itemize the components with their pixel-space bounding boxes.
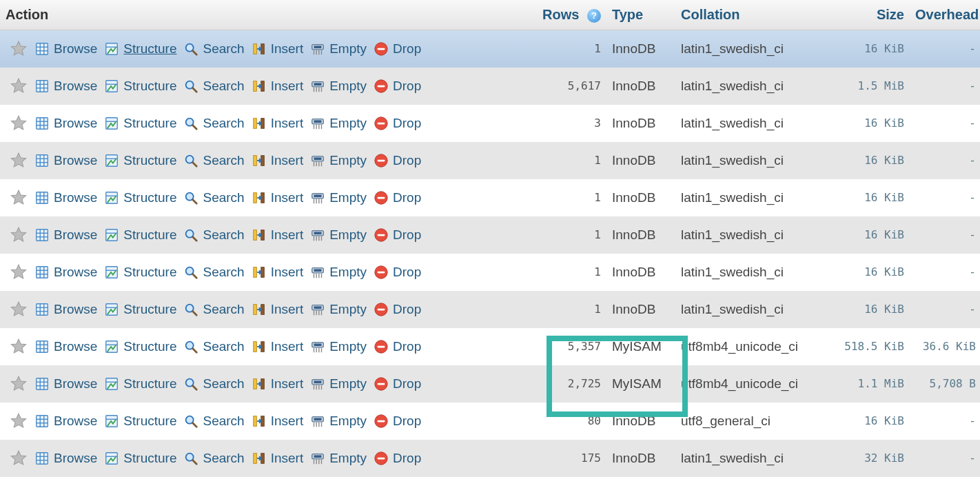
- empty-link[interactable]: Empty: [310, 339, 367, 354]
- empty-link[interactable]: Empty: [310, 116, 367, 131]
- header-type[interactable]: Type: [606, 0, 675, 30]
- search-link[interactable]: Search: [183, 41, 244, 57]
- insert-link[interactable]: Insert: [252, 79, 304, 94]
- browse-link[interactable]: Browse: [34, 190, 97, 205]
- insert-link[interactable]: Insert: [252, 190, 304, 205]
- header-collation[interactable]: Collation: [675, 0, 827, 30]
- insert-link[interactable]: Insert: [252, 339, 304, 354]
- browse-link[interactable]: Browse: [34, 227, 97, 243]
- header-rows[interactable]: Rows: [531, 0, 606, 30]
- drop-link[interactable]: Drop: [374, 153, 421, 168]
- empty-link[interactable]: Empty: [310, 227, 367, 243]
- empty-link[interactable]: Empty: [310, 451, 367, 466]
- table-row: BrowseStructureSearchInsertEmptyDrop1Inn…: [0, 254, 980, 291]
- structure-link[interactable]: Structure: [104, 41, 176, 57]
- structure-link[interactable]: Structure: [104, 190, 176, 205]
- structure-link[interactable]: Structure: [104, 116, 176, 131]
- header-overhead[interactable]: Overhead: [910, 0, 980, 30]
- insert-link[interactable]: Insert: [252, 376, 304, 392]
- search-link[interactable]: Search: [183, 190, 244, 205]
- empty-link[interactable]: Empty: [310, 414, 367, 429]
- empty-link[interactable]: Empty: [310, 153, 367, 168]
- drop-link[interactable]: Drop: [374, 451, 421, 466]
- empty-link[interactable]: Empty: [310, 265, 367, 280]
- empty-link[interactable]: Empty: [310, 302, 367, 317]
- browse-link[interactable]: Browse: [34, 339, 97, 354]
- structure-link[interactable]: Structure: [104, 79, 176, 94]
- insert-link[interactable]: Insert: [252, 116, 304, 131]
- drop-link[interactable]: Drop: [374, 190, 421, 205]
- search-link[interactable]: Search: [183, 376, 244, 392]
- drop-link[interactable]: Drop: [374, 227, 421, 243]
- browse-link[interactable]: Browse: [34, 79, 97, 94]
- drop-link[interactable]: Drop: [374, 339, 421, 354]
- browse-link[interactable]: Browse: [34, 153, 97, 168]
- search-link[interactable]: Search: [183, 339, 244, 354]
- structure-link[interactable]: Structure: [104, 302, 176, 317]
- search-link[interactable]: Search: [183, 265, 244, 280]
- structure-link[interactable]: Structure: [104, 451, 176, 466]
- browse-link[interactable]: Browse: [34, 451, 97, 466]
- search-link[interactable]: Search: [183, 227, 244, 243]
- search-link[interactable]: Search: [183, 414, 244, 429]
- search-label: Search: [203, 265, 244, 280]
- search-link[interactable]: Search: [183, 116, 244, 131]
- structure-link[interactable]: Structure: [104, 414, 176, 429]
- structure-label: Structure: [123, 339, 176, 354]
- browse-link[interactable]: Browse: [34, 116, 97, 131]
- star-icon[interactable]: [10, 40, 28, 58]
- help-icon[interactable]: [587, 9, 601, 23]
- browse-link[interactable]: Browse: [34, 41, 97, 57]
- type-cell: InnoDB: [606, 403, 675, 440]
- drop-link[interactable]: Drop: [374, 414, 421, 429]
- empty-link[interactable]: Empty: [310, 79, 367, 94]
- empty-link[interactable]: Empty: [310, 41, 367, 57]
- insert-link[interactable]: Insert: [252, 302, 304, 317]
- drop-link[interactable]: Drop: [374, 116, 421, 131]
- structure-link[interactable]: Structure: [104, 227, 176, 243]
- star-icon[interactable]: [10, 375, 28, 393]
- insert-link[interactable]: Insert: [252, 41, 304, 57]
- browse-link[interactable]: Browse: [34, 302, 97, 317]
- star-icon[interactable]: [10, 263, 28, 281]
- insert-link[interactable]: Insert: [252, 265, 304, 280]
- insert-link[interactable]: Insert: [252, 414, 304, 429]
- rows-cell: 1: [531, 179, 606, 216]
- search-label: Search: [203, 302, 244, 317]
- browse-label: Browse: [54, 41, 97, 57]
- star-icon[interactable]: [10, 412, 28, 430]
- star-icon[interactable]: [10, 114, 28, 132]
- insert-link[interactable]: Insert: [252, 153, 304, 168]
- star-icon[interactable]: [10, 449, 28, 467]
- search-link[interactable]: Search: [183, 302, 244, 317]
- insert-link[interactable]: Insert: [252, 227, 304, 243]
- search-link[interactable]: Search: [183, 153, 244, 168]
- drop-link[interactable]: Drop: [374, 79, 421, 94]
- star-icon[interactable]: [10, 77, 28, 95]
- drop-label: Drop: [393, 41, 421, 57]
- empty-link[interactable]: Empty: [310, 376, 367, 392]
- drop-link[interactable]: Drop: [374, 376, 421, 392]
- header-size[interactable]: Size: [827, 0, 910, 30]
- table-row: BrowseStructureSearchInsertEmptyDrop1Inn…: [0, 291, 980, 328]
- star-icon[interactable]: [10, 226, 28, 244]
- star-icon[interactable]: [10, 301, 28, 318]
- empty-link[interactable]: Empty: [310, 190, 367, 205]
- drop-link[interactable]: Drop: [374, 302, 421, 317]
- structure-link[interactable]: Structure: [104, 153, 176, 168]
- browse-link[interactable]: Browse: [34, 376, 97, 392]
- drop-link[interactable]: Drop: [374, 41, 421, 57]
- star-icon[interactable]: [10, 152, 28, 170]
- structure-link[interactable]: Structure: [104, 376, 176, 392]
- search-label: Search: [203, 41, 244, 57]
- star-icon[interactable]: [10, 189, 28, 207]
- star-icon[interactable]: [10, 338, 28, 356]
- structure-link[interactable]: Structure: [104, 339, 176, 354]
- insert-link[interactable]: Insert: [252, 451, 304, 466]
- structure-link[interactable]: Structure: [104, 265, 176, 280]
- browse-link[interactable]: Browse: [34, 414, 97, 429]
- search-link[interactable]: Search: [183, 79, 244, 94]
- drop-link[interactable]: Drop: [374, 265, 421, 280]
- browse-link[interactable]: Browse: [34, 265, 97, 280]
- search-link[interactable]: Search: [183, 451, 244, 466]
